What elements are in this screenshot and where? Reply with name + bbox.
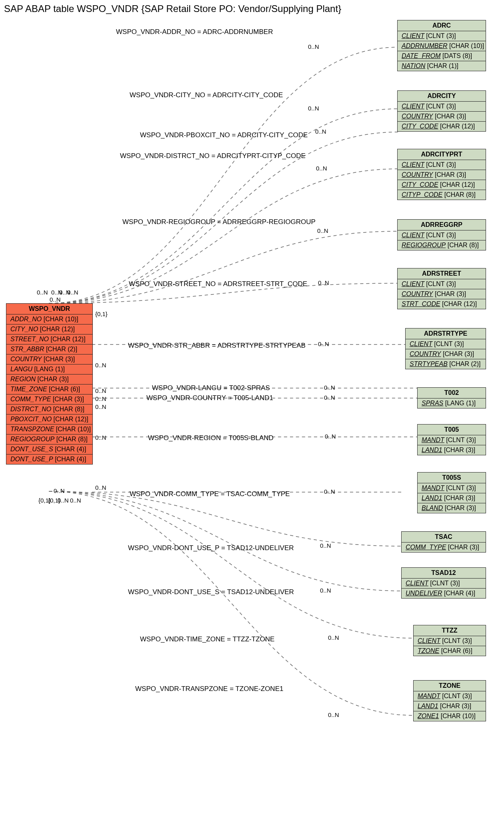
- page-title: SAP ABAP table WSPO_VNDR {SAP Retail Sto…: [4, 3, 341, 14]
- entity-t002: T002SPRAS [LANG (1)]: [417, 387, 486, 408]
- entity-field: STRTYPEAB [CHAR (2)]: [406, 359, 486, 369]
- entity-field: REGIOGROUP [CHAR (8)]: [6, 435, 92, 445]
- entity-field: CITYP_CODE [CHAR (8)]: [398, 190, 486, 200]
- relation-label: WSPO_VNDR-DISTRCT_NO = ADRCITYPRT-CITYP_…: [120, 152, 306, 160]
- entity-field: CITY_NO [CHAR (12)]: [6, 324, 92, 334]
- cardinality-left: 0..N: [95, 362, 106, 368]
- entity-field: CLIENT [CLNT (3)]: [406, 339, 486, 349]
- cardinality-left: 0..N: [95, 484, 106, 491]
- entity-field: COMM_TYPE [CHAR (3)]: [402, 543, 486, 552]
- entity-field: MANDT [CLNT (3)]: [418, 435, 486, 445]
- entity-header: TSAD12: [402, 568, 486, 579]
- cardinality-left: {0,1}: [95, 310, 108, 317]
- entity-header: ADRSTREET: [398, 268, 486, 279]
- cardinality-left: 0..N: [95, 387, 106, 394]
- cardinality-left: 0..N: [58, 497, 69, 504]
- entity-field: COMM_TYPE [CHAR (3)]: [6, 394, 92, 404]
- entity-header: T002: [418, 388, 486, 398]
- cardinality-left: 0..N: [95, 395, 106, 402]
- entity-field: STRT_CODE [CHAR (12)]: [398, 299, 486, 309]
- cardinality-right: 0..N: [316, 165, 327, 172]
- entity-field: MANDT [CLNT (3)]: [414, 691, 486, 701]
- relation-label: WSPO_VNDR-REGIOGROUP = ADRREGGRP-REGIOGR…: [122, 218, 316, 226]
- relation-label: WSPO_VNDR-REGION = T005S-BLAND: [148, 434, 274, 442]
- entity-field: LAND1 [CHAR (3)]: [418, 445, 486, 455]
- entity-field: DONT_USE_S [CHAR (4)]: [6, 445, 92, 455]
- cardinality-left: 0..N: [95, 434, 106, 441]
- relation-label: WSPO_VNDR-TIME_ZONE = TTZZ-TZONE: [140, 635, 274, 643]
- cardinality-right: 0..N: [308, 105, 319, 112]
- cardinality-right: 0..N: [318, 340, 329, 347]
- relation-label: WSPO_VNDR-CITY_NO = ADRCITY-CITY_CODE: [130, 91, 283, 99]
- entity-adrc: ADRCCLIENT [CLNT (3)]ADDRNUMBER [CHAR (1…: [397, 20, 486, 71]
- entity-adrcityprt: ADRCITYPRTCLIENT [CLNT (3)]COUNTRY [CHAR…: [397, 149, 486, 200]
- entity-field: NATION [CHAR (1)]: [398, 61, 486, 71]
- entity-field: COUNTRY [CHAR (3)]: [6, 354, 92, 364]
- relation-label: WSPO_VNDR-TRANSPZONE = TZONE-ZONE1: [135, 685, 283, 693]
- cardinality-right: 0..N: [320, 587, 331, 594]
- entity-field: CLIENT [CLNT (3)]: [398, 31, 486, 41]
- entity-header: T005: [418, 425, 486, 435]
- entity-adrcity: ADRCITYCLIENT [CLNT (3)]COUNTRY [CHAR (3…: [397, 90, 486, 132]
- relation-label: WSPO_VNDR-COUNTRY = T005-LAND1: [146, 394, 273, 402]
- entity-header: ADRCITYPRT: [398, 149, 486, 160]
- entity-field: ADDR_NO [CHAR (10)]: [6, 314, 92, 324]
- entity-field: COUNTRY [CHAR (3)]: [398, 170, 486, 180]
- cardinality-left: 0..N: [67, 289, 78, 296]
- entity-field: CLIENT [CLNT (3)]: [398, 102, 486, 112]
- entity-t005s: T005SMANDT [CLNT (3)]LAND1 [CHAR (3)]BLA…: [417, 472, 486, 513]
- entity-field: BLAND [CHAR (3)]: [418, 503, 486, 513]
- entity-field: UNDELIVER [CHAR (4)]: [402, 589, 486, 598]
- entity-tsac: TSACCOMM_TYPE [CHAR (3)]: [401, 531, 486, 553]
- entity-adrstrtype: ADRSTRTYPECLIENT [CLNT (3)]COUNTRY [CHAR…: [405, 328, 486, 369]
- entity-field: TIME_ZONE [CHAR (6)]: [6, 384, 92, 394]
- entity-header: TTZZ: [414, 625, 486, 636]
- entity-header: ADRC: [398, 20, 486, 31]
- entity-field: DONT_USE_P [CHAR (4)]: [6, 455, 92, 464]
- entity-field: CITY_CODE [CHAR (12)]: [398, 180, 486, 190]
- entity-field: CLIENT [CLNT (3)]: [414, 636, 486, 646]
- cardinality-left: 0..N: [54, 487, 65, 494]
- cardinality-right: 0..N: [328, 711, 339, 718]
- cardinality-right: 0..N: [324, 488, 335, 495]
- entity-header: TSAC: [402, 532, 486, 543]
- cardinality-left: 0..N: [70, 497, 81, 504]
- entity-field: LAND1 [CHAR (3)]: [414, 701, 486, 711]
- entity-field: ADDRNUMBER [CHAR (10)]: [398, 41, 486, 51]
- relation-label: WSPO_VNDR-DONT_USE_S = TSAD12-UNDELIVER: [128, 588, 294, 596]
- entity-header: TZONE: [414, 681, 486, 691]
- cardinality-right: 0..N: [324, 394, 335, 401]
- entity-field: REGIOGROUP [CHAR (8)]: [398, 240, 486, 250]
- cardinality-right: 0..N: [308, 43, 319, 50]
- entity-t005: T005MANDT [CLNT (3)]LAND1 [CHAR (3)]: [417, 424, 486, 455]
- cardinality-left: 0..N: [95, 403, 106, 410]
- relation-label: WSPO_VNDR-ADDR_NO = ADRC-ADDRNUMBER: [116, 28, 273, 36]
- entity-field: PBOXCIT_NO [CHAR (12)]: [6, 415, 92, 425]
- entity-field: DISTRCT_NO [CHAR (8)]: [6, 404, 92, 415]
- entity-field: STR_ABBR [CHAR (2)]: [6, 344, 92, 354]
- entity-header: WSPO_VNDR: [6, 304, 92, 314]
- entity-field: TZONE [CHAR (6)]: [414, 646, 486, 656]
- entity-field: LANGU [LANG (1)]: [6, 364, 92, 374]
- relation-label: WSPO_VNDR-STREET_NO = ADRSTREET-STRT_COD…: [129, 280, 307, 288]
- cardinality-left: 0..N: [50, 296, 61, 303]
- entity-ttzz: TTZZCLIENT [CLNT (3)]TZONE [CHAR (6)]: [413, 625, 486, 656]
- entity-adrstreet: ADRSTREETCLIENT [CLNT (3)]COUNTRY [CHAR …: [397, 268, 486, 309]
- entity-field: REGION [CHAR (3)]: [6, 374, 92, 384]
- relation-label: WSPO_VNDR-LANGU = T002-SPRAS: [152, 384, 270, 392]
- cardinality-right: 0..N: [318, 279, 329, 286]
- entity-header: T005S: [418, 473, 486, 483]
- entity-field: COUNTRY [CHAR (3)]: [398, 112, 486, 122]
- entity-header: ADRSTRTYPE: [406, 328, 486, 339]
- entity-field: MANDT [CLNT (3)]: [418, 483, 486, 493]
- entity-field: CLIENT [CLNT (3)]: [398, 230, 486, 240]
- relation-label: WSPO_VNDR-COMM_TYPE = TSAC-COMM_TYPE: [130, 490, 290, 498]
- entity-header: ADRREGGRP: [398, 220, 486, 230]
- entity-field: CLIENT [CLNT (3)]: [398, 279, 486, 289]
- cardinality-right: 0..N: [315, 128, 326, 135]
- entity-header: ADRCITY: [398, 91, 486, 102]
- entity-field: COUNTRY [CHAR (3)]: [406, 349, 486, 359]
- entity-field: STREET_NO [CHAR (12)]: [6, 334, 92, 344]
- entity-field: ZONE1 [CHAR (10)]: [414, 711, 486, 721]
- cardinality-right: 0..N: [317, 227, 328, 234]
